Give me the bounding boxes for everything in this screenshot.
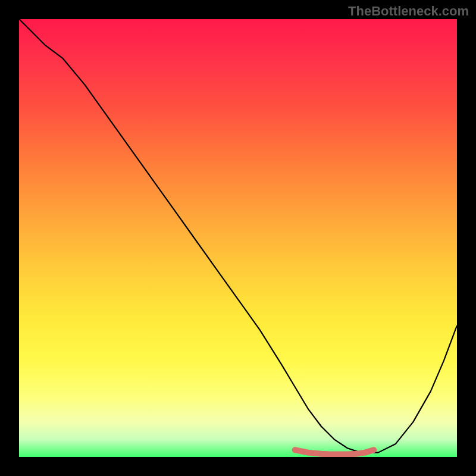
plot-area — [19, 19, 457, 457]
bottleneck-curve — [19, 19, 457, 453]
chart-svg — [19, 19, 457, 457]
watermark-text: TheBottleneck.com — [348, 4, 469, 19]
optimal-range-marker — [295, 450, 374, 454]
chart-container: TheBottleneck.com — [0, 0, 476, 476]
